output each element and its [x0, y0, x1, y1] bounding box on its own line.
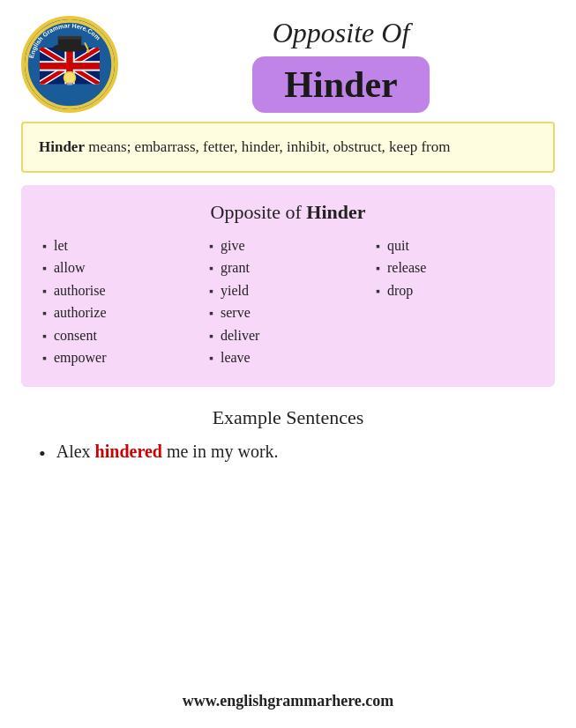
svg-point-17: [64, 72, 75, 84]
word-badge: Hinder: [252, 56, 429, 113]
list-item: ▪ release: [376, 260, 534, 278]
column-1: ▪ let ▪ allow ▪ authorise ▪ authorize ▪ …: [42, 238, 200, 368]
opposites-title-prefix: Opposite of: [211, 201, 307, 223]
opposites-title: Opposite of Hinder: [42, 201, 534, 224]
sentence-suffix: me in my work.: [162, 442, 279, 461]
svg-rect-18: [67, 83, 72, 85]
word-authorize: authorize: [54, 305, 107, 321]
word-grant: grant: [221, 260, 250, 276]
list-item: ▪ allow: [42, 260, 200, 278]
word-quit: quit: [387, 238, 409, 254]
example-sentence: • Alex hindered me in my work.: [21, 442, 555, 467]
word-authorise: authorise: [54, 283, 106, 299]
list-item: ▪ quit: [376, 238, 534, 256]
list-item: ▪ authorize: [42, 305, 200, 323]
sentence-highlight: hindered: [95, 442, 162, 461]
word-drop: drop: [387, 283, 413, 299]
list-item: ▪ drop: [376, 283, 534, 301]
bullet-icon: ▪: [42, 350, 47, 368]
word-leave: leave: [221, 350, 251, 366]
sentence-prefix: Alex: [56, 442, 95, 461]
bullet-icon: ▪: [42, 305, 47, 323]
list-item: ▪ grant: [209, 260, 367, 278]
word-empower: empower: [54, 350, 107, 366]
bullet-icon: ▪: [42, 260, 47, 278]
header: English Grammar Here.Com Opposite Of Hin…: [21, 16, 555, 113]
bullet-icon: ▪: [376, 260, 380, 278]
examples-section: Example Sentences • Alex hindered me in …: [21, 406, 555, 467]
bullet-dot: •: [39, 442, 46, 467]
list-item: ▪ give: [209, 238, 367, 256]
list-item: ▪ serve: [209, 305, 367, 323]
bullet-icon: ▪: [209, 305, 213, 323]
column-2: ▪ give ▪ grant ▪ yield ▪ serve ▪ deliver…: [209, 238, 367, 368]
word-consent: consent: [54, 328, 97, 344]
bullet-icon: ▪: [42, 283, 47, 301]
list-item: ▪ yield: [209, 283, 367, 301]
word-yield: yield: [221, 283, 249, 299]
examples-title: Example Sentences: [21, 406, 555, 429]
word-let: let: [54, 238, 68, 254]
bullet-icon: ▪: [376, 283, 380, 301]
list-item: ▪ consent: [42, 328, 200, 345]
opposite-of-label: Opposite Of: [273, 17, 410, 49]
logo: English Grammar Here.Com: [21, 16, 118, 113]
definition-box: Hinder means; embarrass, fetter, hinder,…: [21, 122, 555, 173]
bullet-icon: ▪: [209, 328, 213, 345]
svg-rect-13: [58, 36, 81, 40]
definition-word: Hinder: [39, 138, 85, 155]
bullet-icon: ▪: [209, 260, 213, 278]
list-item: ▪ empower: [42, 350, 200, 368]
bullet-icon: ▪: [209, 238, 213, 256]
word-allow: allow: [54, 260, 86, 276]
bullet-icon: ▪: [209, 350, 213, 368]
list-item: ▪ leave: [209, 350, 367, 368]
word-release: release: [387, 260, 426, 276]
word-deliver: deliver: [221, 328, 259, 344]
opposites-title-word: Hinder: [306, 201, 365, 223]
svg-point-15: [86, 49, 90, 53]
bullet-icon: ▪: [376, 238, 380, 256]
columns-container: ▪ let ▪ allow ▪ authorise ▪ authorize ▪ …: [42, 238, 534, 368]
definition-text: means; embarrass, fetter, hinder, inhibi…: [85, 138, 451, 155]
bullet-icon: ▪: [209, 283, 213, 301]
title-area: Opposite Of Hinder: [118, 17, 555, 113]
main-word: Hinder: [284, 64, 397, 105]
bullet-icon: ▪: [42, 238, 47, 256]
list-item: ▪ authorise: [42, 283, 200, 301]
sentence-text: Alex hindered me in my work.: [56, 442, 279, 462]
column-3: ▪ quit ▪ release ▪ drop: [376, 238, 534, 368]
list-item: ▪ let: [42, 238, 200, 256]
list-item: ▪ deliver: [209, 328, 367, 345]
word-serve: serve: [221, 305, 251, 321]
opposites-box: Opposite of Hinder ▪ let ▪ allow ▪ autho…: [21, 185, 555, 388]
bullet-icon: ▪: [42, 328, 47, 345]
word-give: give: [221, 238, 245, 254]
footer: www.englishgrammarhere.com: [21, 674, 555, 710]
footer-url: www.englishgrammarhere.com: [183, 692, 394, 709]
